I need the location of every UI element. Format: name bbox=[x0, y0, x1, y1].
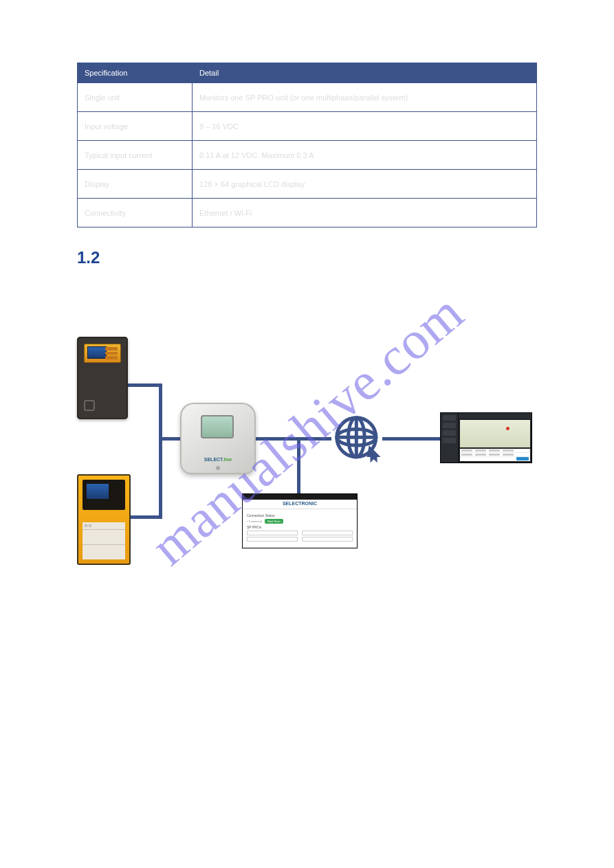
portal-dashboard-icon bbox=[440, 412, 532, 463]
section-title: System overview bbox=[112, 251, 216, 267]
table-row: Input voltage 9 – 16 VDC bbox=[78, 112, 537, 141]
sp-pro-inverter-icon bbox=[77, 337, 128, 419]
spec-title: Select.live specifications bbox=[77, 49, 537, 58]
page-footer: Doc #OI0016 Rev08 2021 5 bbox=[77, 833, 537, 841]
section-header: Section 1 Introduction bbox=[77, 38, 537, 47]
config-page-icon: SELECTRONIC Connection Status • Connecte… bbox=[242, 493, 358, 548]
footer-doc-id: Doc #OI0016 Rev08 2021 bbox=[77, 833, 157, 841]
intro-paragraph-2: The select.live device is connected to y… bbox=[77, 307, 537, 331]
table-row: Typical input current 0.11 A at 12 VDC. … bbox=[78, 141, 537, 170]
config-brand: SELECTRONIC bbox=[243, 500, 357, 509]
section-number: 1.2 bbox=[77, 248, 100, 267]
table-row: Connectivity Ethernet / Wi-Fi bbox=[78, 199, 537, 227]
col-detail: Detail bbox=[193, 63, 537, 83]
col-spec: Specification bbox=[78, 63, 193, 83]
table-row: Single unit Monitors one SP PRO unit (or… bbox=[78, 83, 537, 112]
spec-table: Specification Detail Single unit Monitor… bbox=[77, 63, 537, 227]
intro-paragraph-1: The select.live device provides a link b… bbox=[77, 276, 537, 300]
battery-icon: BYD bbox=[77, 474, 131, 565]
footer-page-num: 5 bbox=[533, 833, 537, 841]
select-live-gateway-icon: SELECT.live bbox=[180, 403, 256, 474]
table-row: Display 128 × 64 graphical LCD display bbox=[78, 170, 537, 199]
internet-globe-icon bbox=[329, 410, 386, 467]
system-diagram: BYD SELECT.live bbox=[77, 337, 531, 584]
